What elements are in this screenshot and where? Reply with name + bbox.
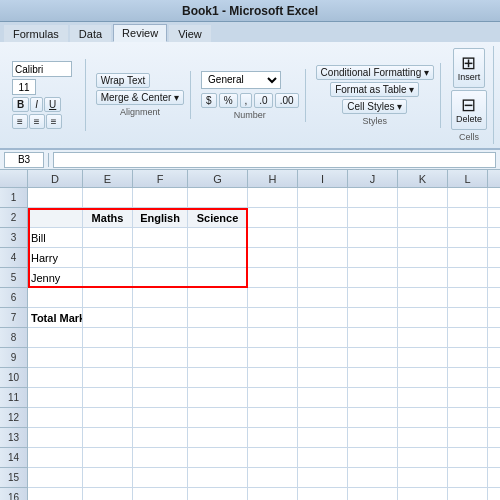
cell-g3[interactable] — [188, 228, 248, 247]
cell-j5[interactable] — [348, 268, 398, 287]
cell-h1[interactable] — [248, 188, 298, 207]
row-header-2[interactable]: 2 — [0, 208, 27, 228]
col-header-h[interactable]: H — [248, 170, 298, 187]
cell-j1[interactable] — [348, 188, 398, 207]
cell-e8[interactable] — [83, 328, 133, 347]
cell-d5-jenny[interactable]: Jenny — [28, 268, 83, 287]
cell-d1[interactable] — [28, 188, 83, 207]
cell-e4[interactable] — [83, 248, 133, 267]
cell-e1[interactable] — [83, 188, 133, 207]
cell-d8[interactable] — [28, 328, 83, 347]
cell-d7-total-marks[interactable]: Total Marks — [28, 308, 83, 327]
cell-l3[interactable] — [448, 228, 488, 247]
cell-h2[interactable] — [248, 208, 298, 227]
col-header-e[interactable]: E — [83, 170, 133, 187]
font-size-input[interactable] — [12, 79, 36, 95]
cell-m8[interactable] — [488, 328, 500, 347]
cell-g5[interactable] — [188, 268, 248, 287]
col-header-f[interactable]: F — [133, 170, 188, 187]
delete-button[interactable]: ⊟ Delete — [451, 90, 487, 130]
cell-m3[interactable] — [488, 228, 500, 247]
cell-i3[interactable] — [298, 228, 348, 247]
col-header-i[interactable]: I — [298, 170, 348, 187]
col-header-m[interactable]: M — [488, 170, 500, 187]
row-header-3[interactable]: 3 — [0, 228, 27, 248]
tab-view[interactable]: View — [169, 25, 211, 42]
cell-m1[interactable] — [488, 188, 500, 207]
row-header-16[interactable]: 16 — [0, 488, 27, 500]
cell-h7[interactable] — [248, 308, 298, 327]
cell-k8[interactable] — [398, 328, 448, 347]
row-header-14[interactable]: 14 — [0, 448, 27, 468]
cell-g2-science[interactable]: Science — [188, 208, 248, 227]
cell-m7[interactable] — [488, 308, 500, 327]
cell-l4[interactable] — [448, 248, 488, 267]
row-header-11[interactable]: 11 — [0, 388, 27, 408]
row-header-15[interactable]: 15 — [0, 468, 27, 488]
cell-m5[interactable] — [488, 268, 500, 287]
cell-h3[interactable] — [248, 228, 298, 247]
row-header-1[interactable]: 1 — [0, 188, 27, 208]
align-left-button[interactable]: ≡ — [12, 114, 28, 129]
cell-e2-maths[interactable]: Maths — [83, 208, 133, 227]
cell-k1[interactable] — [398, 188, 448, 207]
cell-i8[interactable] — [298, 328, 348, 347]
cell-f2-english[interactable]: English — [133, 208, 188, 227]
formula-input[interactable] — [53, 152, 496, 168]
col-header-d[interactable]: D — [28, 170, 83, 187]
cell-h8[interactable] — [248, 328, 298, 347]
dollar-button[interactable]: $ — [201, 93, 217, 108]
cell-j4[interactable] — [348, 248, 398, 267]
cell-h4[interactable] — [248, 248, 298, 267]
italic-button[interactable]: I — [30, 97, 43, 112]
col-header-l[interactable]: L — [448, 170, 488, 187]
col-header-j[interactable]: J — [348, 170, 398, 187]
cell-l7[interactable] — [448, 308, 488, 327]
cell-i1[interactable] — [298, 188, 348, 207]
cell-k7[interactable] — [398, 308, 448, 327]
cell-d4-harry[interactable]: Harry — [28, 248, 83, 267]
cell-f7[interactable] — [133, 308, 188, 327]
row-header-8[interactable]: 8 — [0, 328, 27, 348]
cell-h6[interactable] — [248, 288, 298, 307]
cell-k4[interactable] — [398, 248, 448, 267]
row-header-6[interactable]: 6 — [0, 288, 27, 308]
cell-g7[interactable] — [188, 308, 248, 327]
comma-button[interactable]: , — [240, 93, 253, 108]
cell-f3[interactable] — [133, 228, 188, 247]
cell-i2[interactable] — [298, 208, 348, 227]
dec-increase-button[interactable]: .0 — [254, 93, 272, 108]
cell-k5[interactable] — [398, 268, 448, 287]
cell-e3[interactable] — [83, 228, 133, 247]
cell-f4[interactable] — [133, 248, 188, 267]
merge-center-button[interactable]: Merge & Center ▾ — [96, 90, 184, 105]
cell-l1[interactable] — [448, 188, 488, 207]
cell-m6[interactable] — [488, 288, 500, 307]
dec-decrease-button[interactable]: .00 — [275, 93, 299, 108]
insert-button[interactable]: ⊞ Insert — [453, 48, 486, 88]
cell-i7[interactable] — [298, 308, 348, 327]
font-name-input[interactable] — [12, 61, 72, 77]
cell-k6[interactable] — [398, 288, 448, 307]
row-header-7[interactable]: 7 — [0, 308, 27, 328]
align-center-button[interactable]: ≡ — [29, 114, 45, 129]
cell-j7[interactable] — [348, 308, 398, 327]
row-header-9[interactable]: 9 — [0, 348, 27, 368]
cell-j2[interactable] — [348, 208, 398, 227]
cell-d3-bill[interactable]: Bill — [28, 228, 83, 247]
cell-e6[interactable] — [83, 288, 133, 307]
cell-l5[interactable] — [448, 268, 488, 287]
cell-g6[interactable] — [188, 288, 248, 307]
format-table-button[interactable]: Format as Table ▾ — [330, 82, 419, 97]
conditional-formatting-button[interactable]: Conditional Formatting ▾ — [316, 65, 434, 80]
cell-e7[interactable] — [83, 308, 133, 327]
cell-j6[interactable] — [348, 288, 398, 307]
col-header-k[interactable]: K — [398, 170, 448, 187]
col-header-g[interactable]: G — [188, 170, 248, 187]
cell-h5[interactable] — [248, 268, 298, 287]
align-right-button[interactable]: ≡ — [46, 114, 62, 129]
cell-m2[interactable] — [488, 208, 500, 227]
cell-f6[interactable] — [133, 288, 188, 307]
cell-k2[interactable] — [398, 208, 448, 227]
cell-m4[interactable] — [488, 248, 500, 267]
